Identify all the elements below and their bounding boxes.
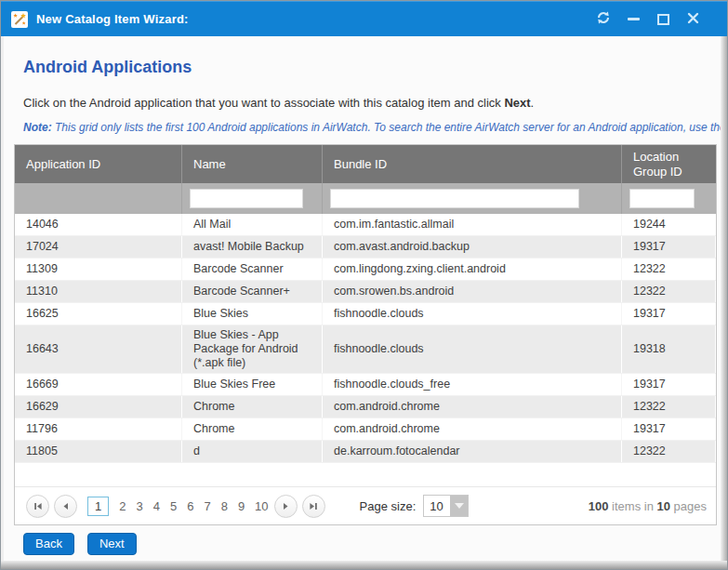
page-size-select[interactable]: 10	[423, 495, 469, 517]
note-text: Note: This grid only lists the first 100…	[23, 121, 721, 134]
pages-suffix: pages	[670, 499, 707, 513]
minimize-button[interactable]	[625, 11, 642, 28]
cell-name: Blue Skies Free	[182, 374, 323, 395]
cell-name: avast! Mobile Backup	[182, 236, 323, 258]
page-number[interactable]: 4	[153, 499, 160, 513]
cell-name: All Mail	[182, 214, 323, 235]
name-filter-cell	[182, 183, 323, 214]
table-row[interactable]: 16643 Blue Skies - App Package for Andro…	[15, 325, 716, 374]
application-id-filter-cell	[15, 183, 182, 214]
items-count: 100	[589, 499, 609, 513]
back-button[interactable]: Back	[23, 533, 74, 555]
chevron-down-icon	[455, 503, 464, 509]
wizard-content: Android Applications Click on the Androi…	[4, 36, 721, 561]
window-title: New Catalog Item Wizard:	[36, 12, 189, 26]
maximize-button[interactable]	[655, 11, 671, 28]
instruction-suffix: .	[531, 96, 535, 110]
cell-location-group-id: 19317	[622, 303, 716, 325]
cell-application-id: 16629	[15, 396, 182, 418]
applications-grid: Application ID Name Bundle ID Location G…	[14, 144, 717, 525]
next-page-icon	[282, 499, 289, 513]
page-number[interactable]: 3	[136, 499, 142, 513]
location-group-id-filter-input[interactable]	[629, 189, 695, 208]
column-header-bundle-id[interactable]: Bundle ID	[323, 145, 622, 183]
instruction-text: Click on the Android application that yo…	[23, 96, 721, 110]
grid-filter-row	[15, 183, 716, 214]
cell-name: Chrome	[182, 418, 323, 440]
table-row[interactable]: 11310 Barcode Scanner+ com.srowen.bs.and…	[15, 281, 716, 303]
cell-application-id: 11309	[15, 258, 182, 280]
note-body: This grid only lists the first 100 Andro…	[52, 121, 721, 134]
table-row[interactable]: 16669 Blue Skies Free fishnoodle.clouds_…	[15, 374, 716, 396]
next-page-button[interactable]	[274, 495, 298, 518]
page-number[interactable]: 5	[170, 499, 177, 513]
refresh-button[interactable]	[595, 11, 612, 28]
cell-name: Barcode Scanner	[182, 258, 323, 280]
instruction-prefix: Click on the Android application that yo…	[23, 96, 504, 110]
minimize-icon	[628, 18, 640, 20]
first-page-button[interactable]	[26, 495, 49, 518]
page-number[interactable]: 2	[119, 499, 126, 513]
page-size-value: 10	[424, 496, 450, 516]
last-page-button[interactable]	[302, 495, 325, 518]
table-row[interactable]: 11309 Barcode Scanner com.lingdong.zxing…	[15, 258, 716, 281]
page-number[interactable]: 9	[238, 499, 245, 513]
cell-location-group-id: 12322	[622, 281, 716, 302]
cell-application-id: 11310	[15, 281, 182, 302]
table-row[interactable]: 16625 Blue Skies fishnoodle.clouds 19317	[15, 303, 716, 325]
name-filter-input[interactable]	[190, 189, 303, 208]
cell-location-group-id: 12322	[622, 258, 716, 280]
cell-name: Chrome	[182, 396, 323, 418]
cell-location-group-id: 12322	[622, 441, 716, 462]
first-page-icon	[33, 499, 43, 513]
items-summary: 100 items in 10 pages	[589, 499, 707, 513]
table-row[interactable]: 14046 All Mail com.im.fantastic.allmail …	[15, 214, 716, 236]
cell-bundle-id: com.android.chrome	[323, 396, 622, 418]
cell-application-id: 14046	[15, 214, 182, 235]
cell-location-group-id: 19318	[622, 325, 716, 373]
cell-name: Blue Skies - App Package for Android (*.…	[182, 325, 323, 373]
page-number[interactable]: 10	[255, 499, 268, 513]
cell-bundle-id: fishnoodle.clouds_free	[323, 374, 622, 395]
cell-location-group-id: 19317	[622, 374, 716, 395]
table-row[interactable]: 17024 avast! Mobile Backup com.avast.and…	[15, 236, 716, 258]
column-header-name[interactable]: Name	[182, 145, 323, 183]
pages-count: 10	[656, 499, 669, 513]
column-header-location-group-id[interactable]: Location Group ID	[622, 145, 716, 183]
cell-bundle-id: com.srowen.bs.android	[323, 281, 622, 302]
page-size-label: Page size:	[360, 499, 417, 513]
previous-page-button[interactable]	[54, 495, 77, 518]
next-button[interactable]: Next	[87, 533, 137, 555]
cell-application-id: 17024	[15, 236, 182, 258]
close-button[interactable]	[684, 11, 701, 28]
last-page-icon	[309, 499, 318, 513]
page-size-dropdown-button[interactable]	[450, 496, 468, 516]
table-row[interactable]: 16629 Chrome com.android.chrome 12322	[15, 396, 716, 418]
cell-bundle-id: com.lingdong.zxing.client.android	[323, 258, 622, 280]
close-icon	[687, 11, 699, 28]
page-number-current[interactable]: 1	[87, 497, 109, 516]
page-number[interactable]: 6	[187, 499, 193, 513]
grid-header-row: Application ID Name Bundle ID Location G…	[15, 145, 716, 183]
table-row[interactable]: 11805 d de.karroum.fotocalendar 12322	[15, 441, 716, 463]
cell-bundle-id: com.android.chrome	[323, 418, 622, 440]
cell-name: Barcode Scanner+	[182, 281, 323, 302]
cell-bundle-id: de.karroum.fotocalendar	[323, 441, 622, 462]
bundle-id-filter-input[interactable]	[330, 189, 579, 208]
wizard-stars-icon	[11, 11, 28, 28]
cell-bundle-id: com.avast.android.backup	[323, 236, 622, 258]
wizard-window: New Catalog Item Wizard:	[0, 0, 728, 570]
page-number[interactable]: 8	[221, 499, 228, 513]
note-label: Note:	[23, 121, 52, 134]
page-number[interactable]: 7	[204, 499, 210, 513]
page-number-list: 1 2 3 4 5 6 7 8 9 10	[87, 497, 269, 516]
table-row[interactable]: 11796 Chrome com.android.chrome 19317	[15, 418, 716, 441]
location-group-id-filter-cell	[622, 183, 716, 214]
pager: 1 2 3 4 5 6 7 8 9 10	[15, 486, 716, 524]
cell-application-id: 11796	[15, 418, 182, 440]
column-header-application-id[interactable]: Application ID	[15, 145, 182, 183]
cell-name: d	[182, 441, 323, 462]
cell-name: Blue Skies	[182, 303, 323, 325]
previous-page-icon	[62, 499, 70, 513]
bundle-id-filter-cell	[323, 183, 622, 214]
